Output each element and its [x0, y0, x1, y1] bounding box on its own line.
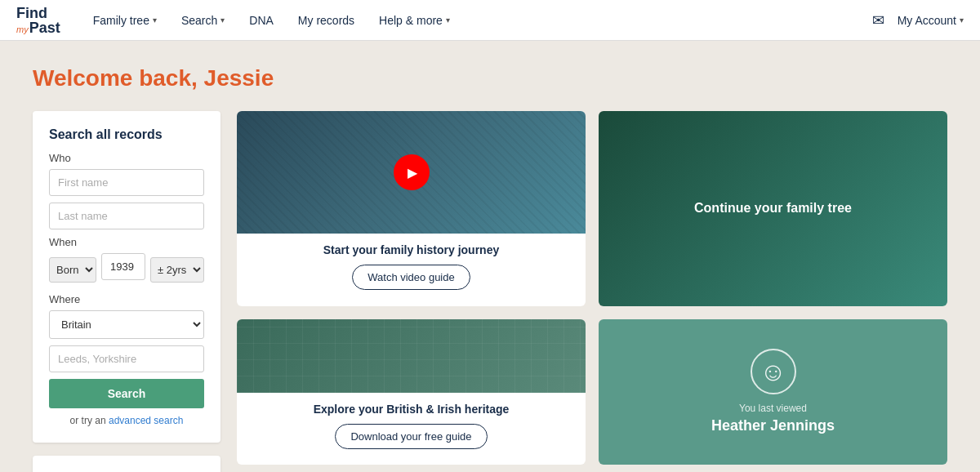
logo-past: Past — [29, 20, 60, 35]
logo-my: my — [16, 25, 29, 34]
card-video-body: Start your family history journey Watch … — [237, 234, 586, 300]
country-select[interactable]: Britain — [49, 310, 204, 339]
nav-my-records[interactable]: My records — [298, 14, 354, 27]
last-viewed-name: Heather Jennings — [711, 417, 835, 434]
advanced-search-link[interactable]: advanced search — [109, 415, 183, 426]
who-label: Who — [49, 152, 204, 164]
person-silhouette-icon: ☺ — [760, 358, 786, 385]
location-input[interactable] — [49, 345, 204, 372]
year-range-select[interactable]: ± 2yrs — [150, 257, 204, 283]
year-input[interactable] — [101, 253, 145, 280]
avatar: ☺ — [751, 349, 796, 394]
account-chevron-icon: ▾ — [960, 16, 964, 24]
last-name-input[interactable] — [49, 203, 204, 229]
video-thumbnail — [237, 111, 586, 234]
nav-dna[interactable]: DNA — [249, 14, 274, 27]
watch-video-button[interactable]: Watch video guide — [352, 265, 470, 290]
heritage-thumbnail — [237, 319, 586, 393]
main-content: Welcome back, Jessie Search all records … — [0, 41, 980, 472]
card-last-viewed[interactable]: ☺ You last viewed Heather Jennings — [599, 319, 947, 465]
born-select[interactable]: Born — [49, 257, 96, 283]
navigation: Find my Past Family tree ▾ Search ▾ DNA … — [0, 0, 980, 41]
my-account-button[interactable]: My Account ▾ — [898, 14, 964, 27]
card-video[interactable]: Start your family history journey Watch … — [237, 111, 586, 306]
card-heritage-body: Explore your British & Irish heritage Do… — [237, 393, 586, 459]
first-name-input[interactable] — [49, 169, 204, 196]
where-label: Where — [49, 293, 204, 305]
advanced-link-text: or try an advanced search — [49, 415, 204, 426]
nav-links: Family tree ▾ Search ▾ DNA My records He… — [93, 14, 872, 27]
when-row: Born ± 2yrs — [49, 253, 204, 287]
left-panel: Search all records Who When Born ± 2yrs … — [33, 111, 220, 472]
nav-family-tree[interactable]: Family tree ▾ — [93, 14, 157, 27]
play-button-icon[interactable] — [394, 154, 430, 190]
search-heading: Search all records — [49, 127, 204, 142]
when-label: When — [49, 236, 204, 248]
heritage-heading: Explore your British & Irish heritage — [247, 403, 576, 416]
logo-find: Find — [16, 6, 47, 20]
family-tree-chevron-icon: ▾ — [153, 16, 157, 24]
logo[interactable]: Find my Past — [16, 6, 60, 35]
nav-help-more[interactable]: Help & more ▾ — [379, 14, 450, 27]
family-tree-heading: Continue your family tree — [678, 185, 868, 232]
right-grid: Start your family history journey Watch … — [237, 111, 947, 472]
quick-links: Quick links ☰ All record sets 📖 Birth, m… — [33, 456, 220, 472]
help-chevron-icon: ▾ — [446, 16, 450, 24]
card-heritage[interactable]: Explore your British & Irish heritage Do… — [237, 319, 586, 465]
search-box: Search all records Who When Born ± 2yrs … — [33, 111, 220, 443]
last-viewed-label: You last viewed — [739, 403, 807, 414]
welcome-title: Welcome back, Jessie — [33, 65, 947, 91]
where-section: Where Britain — [49, 293, 204, 379]
content-grid: Search all records Who When Born ± 2yrs … — [33, 111, 947, 472]
search-chevron-icon: ▾ — [220, 16, 225, 24]
download-guide-button[interactable]: Download your free guide — [335, 424, 487, 449]
video-card-heading: Start your family history journey — [247, 243, 576, 256]
card-family-tree[interactable]: Continue your family tree — [599, 111, 947, 306]
mail-icon[interactable]: ✉ — [872, 11, 884, 29]
nav-search[interactable]: Search ▾ — [181, 14, 225, 27]
nav-right: ✉ My Account ▾ — [872, 11, 964, 29]
search-button[interactable]: Search — [49, 379, 204, 408]
